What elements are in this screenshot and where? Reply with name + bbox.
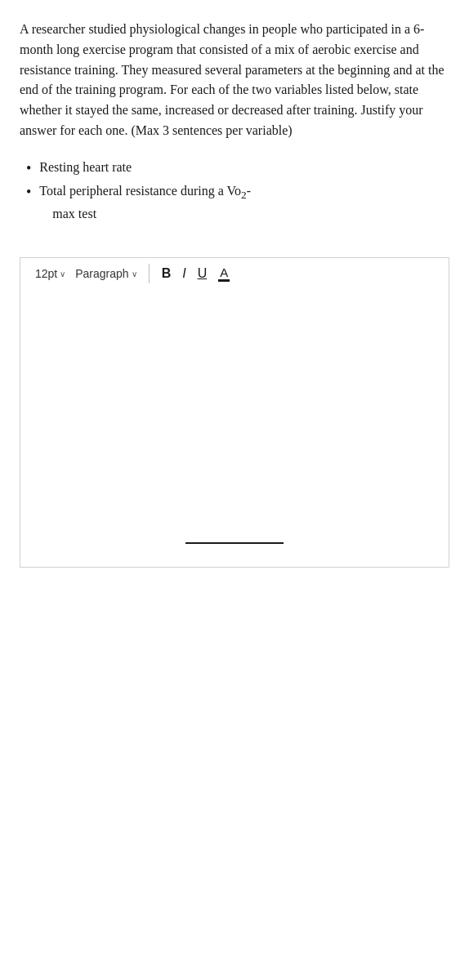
bold-button[interactable]: B <box>156 263 177 284</box>
font-size-chevron-icon: ∨ <box>60 270 65 278</box>
italic-button[interactable]: I <box>176 263 191 284</box>
italic-label: I <box>182 266 185 281</box>
bullet-text-2: Total peripheral resistance during a Vo2… <box>39 181 449 225</box>
question-paragraph: A researcher studied physiological chang… <box>20 20 449 141</box>
bold-label: B <box>162 266 172 281</box>
font-color-bar <box>218 279 230 282</box>
toolbar-divider <box>149 264 150 283</box>
font-size-label: 12pt <box>35 267 57 280</box>
font-color-label: A <box>220 266 228 278</box>
bullet-list: • Resting heart rate • Total peripheral … <box>26 158 449 225</box>
subscript-2: 2 <box>241 189 247 201</box>
paragraph-chevron-icon: ∨ <box>132 270 137 278</box>
underline-button[interactable]: U <box>192 263 213 284</box>
paragraph-style-selector[interactable]: Paragraph ∨ <box>70 264 141 283</box>
bullet-item-resting-heart-rate: • Resting heart rate <box>26 158 449 178</box>
text-editor[interactable] <box>20 290 449 568</box>
bullet-item-total-peripheral-resistance: • Total peripheral resistance during a V… <box>26 181 449 225</box>
bullet-text-1: Resting heart rate <box>39 158 449 178</box>
underline-label: U <box>198 266 208 281</box>
cursor-line <box>185 542 284 544</box>
bullet-dot-1: • <box>26 159 31 178</box>
font-color-button[interactable]: A <box>212 263 235 285</box>
editor-toolbar: 12pt ∨ Paragraph ∨ B I U A <box>20 257 449 290</box>
paragraph-style-label: Paragraph <box>75 267 128 280</box>
bullet-dot-2: • <box>26 183 31 202</box>
font-size-selector[interactable]: 12pt ∨ <box>30 264 70 283</box>
